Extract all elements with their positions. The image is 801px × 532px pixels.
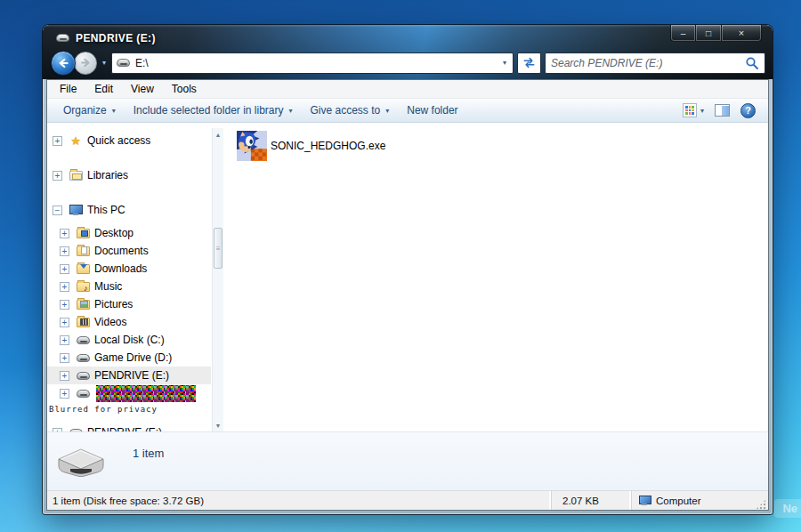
content-area: + ★ Quick access + Libraries − Thi	[47, 123, 768, 431]
pictures-folder-icon	[77, 300, 90, 310]
chevron-down-icon: ▾	[288, 107, 292, 115]
search-input[interactable]	[551, 57, 741, 69]
preview-pane-button[interactable]	[709, 102, 735, 118]
views-grid-icon	[683, 103, 697, 117]
help-button[interactable]: ?	[735, 101, 761, 120]
titlebar[interactable]: PENDRIVE (E:) – □ ×	[43, 25, 773, 49]
file-name: SONIC_HEDGHOG.exe	[271, 140, 385, 152]
expand-icon[interactable]: +	[60, 282, 69, 292]
collapse-icon[interactable]: −	[53, 206, 62, 215]
sidebar-item-desktop[interactable]: + Desktop	[47, 224, 211, 242]
expand-icon[interactable]: +	[53, 428, 62, 432]
expand-icon[interactable]: +	[60, 371, 69, 381]
libraries-icon	[69, 171, 83, 181]
expand-icon[interactable]: +	[60, 353, 69, 363]
sidebar-item-pendrive-e[interactable]: + PENDRIVE (E:)	[47, 367, 211, 384]
status-items-summary: 1 item (Disk free space: 3.72 GB)	[47, 496, 551, 506]
sidebar-scrollbar[interactable]: ▲ ≡ ▼	[212, 128, 223, 431]
sidebar-item-local-disk-c[interactable]: + Local Disk (C:)	[47, 331, 211, 349]
menu-tools[interactable]: Tools	[163, 81, 206, 97]
expand-icon[interactable]: +	[60, 300, 69, 310]
expand-icon[interactable]: +	[60, 246, 69, 256]
item-count: 1 item	[133, 447, 164, 460]
status-bar: 1 item (Disk free space: 3.72 GB) 2.07 K…	[47, 490, 768, 510]
expand-icon[interactable]: +	[53, 171, 62, 181]
search-box[interactable]	[545, 52, 765, 74]
sidebar-item-libraries[interactable]: + Libraries	[47, 166, 211, 184]
sidebar-item-documents[interactable]: + Documents	[47, 242, 211, 260]
videos-folder-icon	[77, 318, 90, 327]
computer-icon	[69, 205, 82, 215]
downloads-folder-icon	[77, 264, 90, 274]
resize-grip[interactable]	[756, 499, 766, 510]
client-area: File Edit View Tools Organize ▾ Include …	[46, 79, 769, 511]
sidebar-item-music[interactable]: + Music	[47, 278, 211, 295]
recent-pages-dropdown[interactable]: ▾	[101, 59, 108, 67]
expand-icon[interactable]: +	[60, 389, 69, 399]
sidebar-item-this-pc[interactable]: − This PC	[47, 201, 211, 219]
status-location: Computer	[631, 491, 754, 510]
window-chrome: PENDRIVE (E:) – □ × ▾ E:\	[43, 25, 773, 79]
explorer-window: PENDRIVE (E:) – □ × ▾ E:\	[43, 25, 773, 514]
preview-pane-icon	[715, 104, 730, 117]
sidebar-item-videos[interactable]: + Videos	[47, 313, 211, 331]
documents-folder-icon	[77, 246, 90, 256]
forward-arrow-icon	[79, 56, 93, 69]
expand-icon[interactable]: +	[60, 318, 69, 327]
minimize-button[interactable]: –	[670, 25, 696, 42]
drive-icon	[69, 429, 83, 432]
window-title: PENDRIVE (E:)	[76, 32, 156, 44]
sidebar-item-pictures[interactable]: + Pictures	[47, 295, 211, 313]
expand-icon[interactable]: +	[60, 229, 69, 238]
drive-icon	[117, 59, 130, 67]
file-list: SONIC_HEDGHOG.exe	[223, 123, 768, 431]
chevron-down-icon: ▾	[385, 107, 389, 115]
chevron-down-icon: ▾	[112, 107, 116, 115]
status-file-size: 2.07 KB	[551, 491, 631, 510]
drive-icon	[77, 372, 90, 380]
close-button[interactable]: ×	[722, 25, 762, 42]
sidebar-item-game-drive-d[interactable]: + Game Drive (D:)	[47, 349, 211, 367]
expand-icon[interactable]: +	[60, 335, 69, 345]
search-icon[interactable]	[745, 56, 759, 70]
expand-icon[interactable]: +	[53, 136, 62, 146]
file-item-sonic-exe[interactable]: SONIC_HEDGHOG.exe	[234, 130, 388, 162]
address-path[interactable]: E:\	[135, 57, 498, 69]
menu-edit[interactable]: Edit	[85, 81, 122, 97]
music-folder-icon	[77, 282, 90, 292]
maximize-button[interactable]: □	[696, 25, 722, 42]
blurred-label	[96, 385, 196, 402]
give-access-button[interactable]: Give access to ▾	[302, 101, 399, 119]
menu-view[interactable]: View	[122, 81, 163, 97]
sidebar-item-quick-access[interactable]: + ★ Quick access	[47, 132, 211, 149]
back-arrow-icon	[56, 56, 70, 70]
drive-icon	[56, 34, 69, 42]
menu-bar: File Edit View Tools	[47, 80, 768, 99]
refresh-icon	[522, 56, 536, 69]
drive-icon	[77, 390, 90, 398]
sonic-exe-icon	[237, 131, 267, 161]
refresh-button[interactable]	[517, 52, 541, 74]
organize-button[interactable]: Organize ▾	[54, 101, 125, 119]
computer-icon	[639, 496, 651, 505]
scroll-down-icon[interactable]: ▼	[213, 419, 223, 431]
chevron-down-icon: ▾	[700, 107, 704, 115]
address-dropdown-icon[interactable]: ▾	[503, 59, 508, 67]
help-icon: ?	[740, 103, 756, 118]
back-button[interactable]	[51, 51, 76, 76]
forward-button[interactable]	[74, 52, 97, 75]
menu-file[interactable]: File	[51, 81, 85, 97]
sidebar-item-pendrive-e-root[interactable]: + PENDRIVE (E:)	[47, 423, 211, 431]
include-in-library-button[interactable]: Include selected folder in library ▾	[125, 101, 302, 119]
window-body-frame: File Edit View Tools Organize ▾ Include …	[43, 79, 773, 514]
sidebar-item-blurred-drive[interactable]: +	[47, 384, 211, 402]
new-folder-button[interactable]: New folder	[398, 101, 466, 119]
watermark-badge: Ne	[774, 499, 801, 518]
expand-icon[interactable]: +	[60, 264, 69, 274]
navigation-bar: ▾ E:\ ▾	[43, 49, 773, 79]
sidebar-item-downloads[interactable]: + Downloads	[47, 260, 211, 278]
scroll-up-icon[interactable]: ▲	[213, 128, 223, 141]
change-view-button[interactable]: ▾	[677, 101, 709, 119]
scrollbar-thumb[interactable]: ≡	[214, 228, 222, 269]
address-bar[interactable]: E:\ ▾	[111, 52, 514, 74]
